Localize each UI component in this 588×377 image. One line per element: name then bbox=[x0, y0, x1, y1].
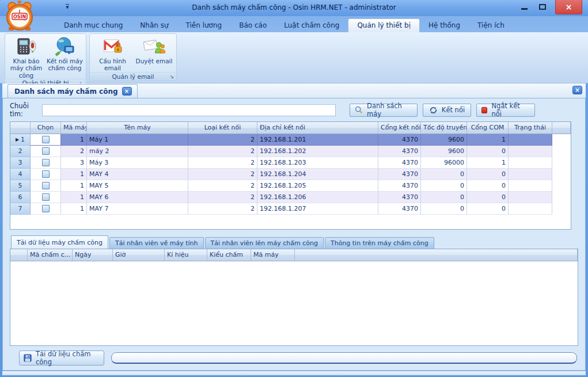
row-indicator[interactable]: 2 bbox=[10, 146, 31, 157]
khai-bao-may-cham-cong-button[interactable]: Khai báo máy chấm công bbox=[7, 35, 45, 79]
column-header-toc-do-truyen[interactable]: Tốc độ truyền bbox=[421, 122, 467, 134]
row-indicator[interactable]: 6 bbox=[10, 192, 31, 203]
column-header-kieu-cham[interactable]: Kiểu chấm bbox=[207, 249, 251, 261]
row-checkbox[interactable] bbox=[42, 193, 50, 201]
cell-dia-chi: 192.168.1.201 bbox=[257, 134, 378, 146]
ribbon-tab-he-thong[interactable]: Hệ thống bbox=[420, 19, 469, 32]
cell-dia-chi: 192.168.1.204 bbox=[257, 169, 378, 180]
danh-sach-may-button[interactable]: Danh sách máy bbox=[350, 104, 418, 117]
column-header-ma-may[interactable]: Mã máy bbox=[251, 249, 295, 261]
header-indicator bbox=[10, 122, 31, 134]
cell-ma-may: 1 bbox=[61, 203, 87, 215]
ribbon-group-quan-ly-email: Cấu hình email bbox=[89, 33, 177, 81]
attendance-device-icon bbox=[17, 36, 36, 57]
column-header-ki-hieu[interactable]: Kí hiệu bbox=[165, 249, 207, 261]
row-indicator[interactable]: 3 bbox=[10, 157, 31, 169]
column-header-ma-cham-cong[interactable]: Mã chấm c... bbox=[28, 249, 73, 261]
tab-thong-tin-tren-may-cham-cong[interactable]: Thông tin trên máy chấm công bbox=[325, 237, 434, 249]
cell-loai-ket-noi: 2 bbox=[188, 203, 257, 215]
cell-ten-may: MAY 6 bbox=[87, 192, 188, 203]
header-filler bbox=[295, 249, 578, 261]
minimize-button[interactable] bbox=[515, 0, 533, 13]
ribbon-tab-tien-luong[interactable]: Tiền lương bbox=[177, 19, 231, 32]
tai-du-lieu-cham-cong-button[interactable]: Tải dữ liệu chấm công bbox=[19, 351, 104, 365]
row-indicator[interactable]: 4 bbox=[10, 169, 31, 180]
cell-cong: 4370 bbox=[378, 180, 421, 192]
detail-grid-header: Mã chấm c... Ngày Giờ Kí hiệu Kiểu chấm … bbox=[10, 249, 578, 261]
download-progress-bar bbox=[111, 352, 577, 364]
tab-tai-nhan-vien-len-may-cham-cong[interactable]: Tải nhân viên lên máy chấm công bbox=[205, 237, 324, 249]
ribbon-tab-danh-muc-chung[interactable]: Danh mục chung bbox=[55, 19, 131, 32]
duyet-email-button[interactable]: Duyệt email bbox=[134, 35, 174, 72]
search-icon bbox=[355, 105, 363, 115]
cell-cong: 4370 bbox=[378, 203, 421, 215]
tab-close-icon[interactable]: × bbox=[122, 87, 132, 96]
cell-ma-may: 1 bbox=[61, 134, 87, 146]
row-checkbox[interactable] bbox=[42, 136, 50, 143]
cell-ten-may: Máy 3 bbox=[87, 157, 188, 169]
ket-noi-button[interactable]: Kết nối bbox=[423, 104, 471, 117]
column-header-trang-thai[interactable]: Trạng thái bbox=[509, 122, 552, 134]
row-checkbox[interactable] bbox=[42, 205, 50, 212]
ribbon-tab-nhan-su[interactable]: Nhân sự bbox=[131, 19, 177, 32]
cell-filler bbox=[552, 146, 571, 157]
column-header-loai-ket-noi[interactable]: Loại kết nối bbox=[188, 122, 257, 134]
cell-cong: 4370 bbox=[378, 169, 421, 180]
document-tab-strip: Danh sách máy chấm công × × bbox=[2, 83, 586, 98]
cell-trang-thai bbox=[509, 146, 552, 157]
cell-com: 1 bbox=[467, 134, 509, 146]
svg-text:OSIN: OSIN bbox=[13, 14, 26, 20]
tab-tai-nhan-vien-ve-may-tinh[interactable]: Tải nhân viên về máy tính bbox=[109, 237, 204, 249]
row-indicator[interactable]: ▶1 bbox=[10, 134, 31, 146]
cell-trang-thai bbox=[509, 180, 552, 192]
tab-tai-du-lieu-may-cham-cong[interactable]: Tải dữ liệu máy chấm công bbox=[11, 235, 108, 249]
row-indicator[interactable]: 7 bbox=[10, 203, 31, 215]
ket-noi-may-cham-cong-button[interactable]: Kết nối máy chấm công bbox=[45, 35, 84, 79]
row-checkbox[interactable] bbox=[42, 147, 50, 155]
sync-icon bbox=[429, 106, 438, 115]
ribbon-tab-quan-ly-thiet-bi[interactable]: Quản lý thiết bị bbox=[348, 18, 420, 32]
ribbon-tab-bao-cao[interactable]: Báo cáo bbox=[230, 19, 275, 32]
column-header-ngay[interactable]: Ngày bbox=[73, 249, 113, 261]
cell-toc-do: 0 bbox=[421, 203, 467, 215]
column-header-chon[interactable]: Chọn bbox=[31, 122, 61, 134]
column-header-ma-may[interactable]: Mã máy bbox=[61, 122, 87, 134]
osin-clock-logo[interactable]: OSIN bbox=[3, 1, 36, 33]
row-checkbox[interactable] bbox=[42, 182, 50, 189]
ribbon-tab-luat-cham-cong[interactable]: Luật chấm công bbox=[275, 19, 348, 32]
ribbon-tab-tien-ich[interactable]: Tiện ích bbox=[469, 19, 513, 32]
cell-toc-do: 0 bbox=[421, 180, 467, 192]
row-checkbox[interactable] bbox=[42, 170, 50, 178]
row-checkbox[interactable] bbox=[42, 159, 50, 166]
cell-ten-may: MAY 4 bbox=[87, 169, 188, 180]
cell-toc-do: 9600 bbox=[421, 134, 467, 146]
row-select-cell bbox=[31, 192, 61, 203]
column-header-cong-ket-noi[interactable]: Cổng kết nối bbox=[378, 122, 421, 134]
cau-hinh-email-button[interactable]: Cấu hình email bbox=[92, 35, 134, 72]
column-header-gio[interactable]: Giờ bbox=[113, 249, 165, 261]
row-select-cell bbox=[31, 203, 61, 215]
ngat-ket-noi-button[interactable]: Ngắt kết nối bbox=[476, 104, 535, 117]
machine-row[interactable]: 2 2 máy 2 2 192.168.1.202 4370 9600 0 bbox=[10, 146, 571, 157]
row-indicator[interactable]: 5 bbox=[10, 180, 31, 192]
machine-row[interactable]: 3 3 Máy 3 2 192.168.1.203 4370 96000 1 bbox=[10, 157, 571, 169]
dialog-launcher-icon[interactable]: ↘ bbox=[169, 74, 174, 79]
cell-ma-may: 3 bbox=[61, 157, 87, 169]
maximize-button[interactable] bbox=[533, 0, 552, 13]
column-header-cong-com[interactable]: Cổng COM bbox=[467, 122, 509, 134]
machine-row[interactable]: 5 1 MAY 5 2 192.168.1.205 4370 0 0 bbox=[10, 180, 571, 192]
machine-row[interactable]: 4 1 MAY 4 2 192.168.1.204 4370 0 0 bbox=[10, 169, 571, 180]
document-tab-danh-sach-may-cham-cong[interactable]: Danh sách máy chấm công × bbox=[7, 84, 138, 98]
search-input[interactable] bbox=[42, 104, 336, 116]
close-button[interactable]: × bbox=[555, 0, 582, 14]
machine-row[interactable]: 6 1 MAY 6 2 192.168.1.206 4370 0 0 bbox=[10, 192, 571, 203]
machine-row[interactable]: 7 1 MAY 7 2 192.168.1.207 4370 0 0 bbox=[10, 203, 571, 215]
cell-com: 0 bbox=[467, 203, 509, 215]
cell-trang-thai bbox=[509, 169, 552, 180]
column-header-dia-chi-ket-noi[interactable]: Địa chỉ kết nối bbox=[257, 122, 378, 134]
cell-filler bbox=[552, 169, 571, 180]
column-header-ten-may[interactable]: Tên máy bbox=[87, 122, 188, 134]
document-strip-close-icon[interactable]: × bbox=[572, 86, 582, 94]
machine-row[interactable]: ▶1 1 Máy 1 2 192.168.1.201 4370 9600 1 bbox=[10, 134, 571, 146]
row-select-cell bbox=[31, 169, 61, 180]
